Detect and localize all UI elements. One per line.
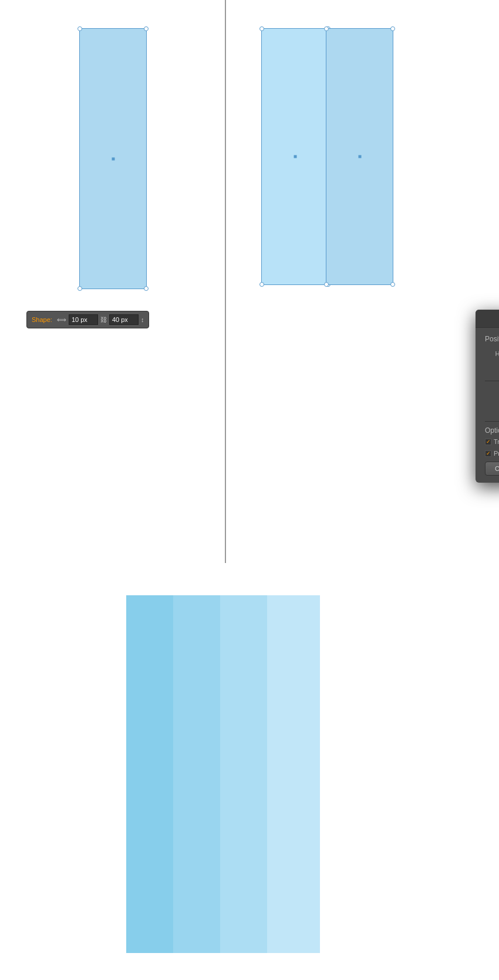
handle-tl [77, 26, 82, 31]
transform-objects-cb[interactable]: ✓ [485, 439, 491, 445]
handle-tl [259, 26, 264, 31]
constraint-icon: ↕ [141, 316, 144, 323]
canvas-right: Move Position Horizontal: Vertical: Dist… [226, 0, 499, 563]
preview-row: ✓ Preview [485, 450, 499, 457]
options-label: Options [485, 426, 499, 435]
distance-row: Distance: [485, 386, 499, 398]
handle-bl-front [324, 282, 329, 287]
handle-bl [77, 286, 82, 291]
link-icon: ⛓ [100, 316, 107, 323]
handle-br-front [390, 282, 395, 287]
divider-1 [485, 381, 499, 381]
handle-tl-front [324, 26, 329, 31]
center-dot-back [294, 155, 296, 158]
shape-left[interactable] [79, 28, 147, 289]
shape-right-back [261, 28, 329, 285]
center-dot-front [358, 155, 361, 158]
dialog-buttons: Copy Cancel OK [485, 462, 499, 476]
dialog-body: Position Horizontal: Vertical: Distance:… [476, 328, 499, 483]
horizontal-label: Horizontal: [485, 350, 499, 357]
transform-objects-checkbox[interactable]: ✓ Transform Objects [485, 438, 499, 445]
vertical-label: Vertical: [485, 367, 499, 374]
top-canvas-section: Shape: ⟺ ⛓ ↕ [0, 0, 499, 563]
handle-bl [259, 282, 264, 287]
move-dialog: Move Position Horizontal: Vertical: Dist… [476, 310, 499, 483]
bottom-canvas-section [0, 563, 499, 980]
vertical-row: Vertical: [485, 364, 499, 376]
divider-2 [485, 421, 499, 422]
distance-label: Distance: [485, 388, 499, 395]
options-checkboxes: ✓ Transform Objects Transform Patterns [485, 438, 499, 445]
angle-row: Angle: [485, 402, 499, 416]
copy-button[interactable]: Copy [485, 462, 499, 476]
width-input[interactable] [69, 314, 98, 325]
canvas-left: Shape: ⟺ ⛓ ↕ [0, 0, 225, 563]
preview-label: Preview [494, 450, 499, 457]
handle-tr [144, 26, 149, 31]
shape-label: Shape: [32, 316, 52, 323]
transform-objects-label: Transform Objects [494, 438, 499, 445]
shape-toolbar: Shape: ⟺ ⛓ ↕ [26, 311, 149, 328]
preview-cb[interactable]: ✓ [485, 450, 491, 457]
dialog-titlebar: Move [476, 310, 499, 328]
horizontal-row: Horizontal: [485, 348, 499, 360]
center-dot [112, 157, 114, 160]
angle-label: Angle: [485, 406, 499, 413]
handle-tr-front [390, 26, 395, 31]
options-section: Options ✓ Transform Objects Transform Pa… [485, 426, 499, 445]
position-section-title: Position [485, 335, 499, 343]
bottom-rect-4 [267, 595, 320, 953]
width-icon: ⟺ [57, 316, 66, 324]
shape-right-front [326, 28, 393, 285]
handle-br [144, 286, 149, 291]
height-input[interactable] [109, 314, 139, 325]
